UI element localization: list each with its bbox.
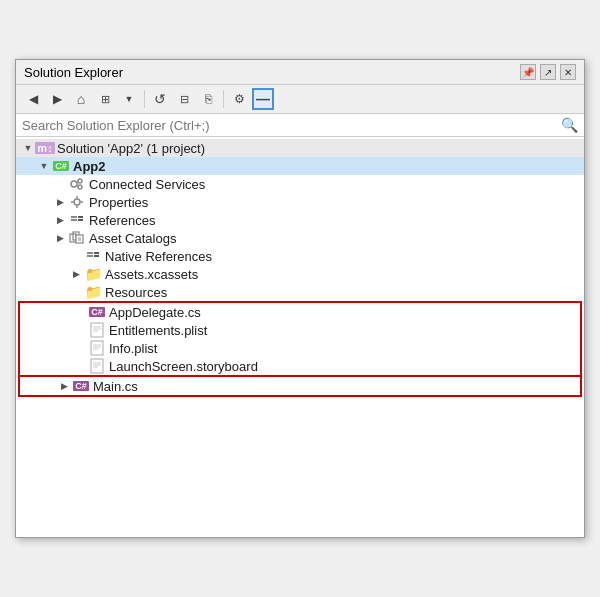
- refresh-button[interactable]: ↺: [149, 88, 171, 110]
- list-item[interactable]: Native References: [16, 247, 584, 265]
- search-input[interactable]: [22, 118, 561, 133]
- svg-rect-19: [87, 252, 93, 254]
- collapse-button[interactable]: ⊟: [173, 88, 195, 110]
- highlight-region: C# AppDelegate.cs Entitle: [18, 301, 582, 377]
- sync-button[interactable]: ⊞: [94, 88, 116, 110]
- svg-rect-13: [78, 219, 83, 221]
- project-icon: C#: [52, 158, 70, 174]
- separator-2: [223, 90, 224, 108]
- references-expander: ▶: [52, 212, 68, 228]
- infoplist-label: Info.plist: [109, 341, 157, 356]
- solution-explorer-window: Solution Explorer 📌 ↗ ✕ ◀ ▶ ⌂ ⊞ ▼ ↺ ⊟ ⎘ …: [15, 59, 585, 538]
- list-item[interactable]: ▶ Asset Catalogs: [16, 229, 584, 247]
- assets-expander: ▶: [68, 266, 84, 282]
- svg-rect-31: [91, 359, 103, 373]
- solution-label: Solution 'App2' (1 project): [57, 141, 205, 156]
- title-bar-right: 📌 ↗ ✕: [520, 64, 576, 80]
- list-item[interactable]: Info.plist: [20, 339, 580, 357]
- appdelegate-label: AppDelegate.cs: [109, 305, 201, 320]
- properties-label: Properties: [89, 195, 148, 210]
- list-item[interactable]: ▶ Properties: [16, 193, 584, 211]
- svg-rect-23: [91, 323, 103, 337]
- resources-label: Resources: [105, 285, 167, 300]
- list-item[interactable]: 📁 Resources: [16, 283, 584, 301]
- appdelegate-icon: C#: [88, 304, 106, 320]
- svg-rect-11: [71, 219, 77, 221]
- title-bar: Solution Explorer 📌 ↗ ✕: [16, 60, 584, 85]
- svg-point-0: [71, 181, 77, 187]
- assets-xcassets-label: Assets.xcassets: [105, 267, 198, 282]
- references-label: References: [89, 213, 155, 228]
- copy-button[interactable]: ⎘: [197, 88, 219, 110]
- list-item[interactable]: ▶ Connected Services: [16, 175, 584, 193]
- resources-folder-icon: 📁: [84, 284, 102, 300]
- svg-point-2: [78, 185, 82, 189]
- assets-folder-icon: 📁: [84, 266, 102, 282]
- main-cs-label: Main.cs: [93, 379, 138, 394]
- list-item[interactable]: ▶ References: [16, 211, 584, 229]
- svg-rect-22: [94, 255, 99, 257]
- properties-expander: ▶: [52, 194, 68, 210]
- settings-button[interactable]: ⚙: [228, 88, 250, 110]
- asset-catalogs-icon: [68, 230, 86, 246]
- infoplist-icon: [88, 340, 106, 356]
- home-button[interactable]: ⌂: [70, 88, 92, 110]
- tree-area: ▼ m↕ Solution 'App2' (1 project) ▼ C# Ap…: [16, 137, 584, 537]
- svg-rect-10: [71, 216, 77, 218]
- solution-row[interactable]: ▼ m↕ Solution 'App2' (1 project): [16, 139, 584, 157]
- close-window-button[interactable]: ✕: [560, 64, 576, 80]
- back-button[interactable]: ◀: [22, 88, 44, 110]
- asset-catalogs-expander: ▶: [52, 230, 68, 246]
- window-title: Solution Explorer: [24, 65, 123, 80]
- entitlements-icon: [88, 322, 106, 338]
- minus-button[interactable]: —: [252, 88, 274, 110]
- solution-icon: m↕: [36, 140, 54, 156]
- launchscreen-icon: [88, 358, 106, 374]
- launchscreen-label: LaunchScreen.storyboard: [109, 359, 258, 374]
- search-bar: 🔍: [16, 114, 584, 137]
- list-item[interactable]: ▶ C# Main.cs: [18, 377, 582, 397]
- title-bar-left: Solution Explorer: [24, 65, 123, 80]
- project-expander: ▼: [36, 158, 52, 174]
- entitlements-label: Entitlements.plist: [109, 323, 207, 338]
- dropdown-button[interactable]: ▼: [118, 88, 140, 110]
- list-item[interactable]: C# AppDelegate.cs: [20, 303, 580, 321]
- pin-button[interactable]: 📌: [520, 64, 536, 80]
- svg-rect-21: [94, 252, 99, 254]
- project-row[interactable]: ▼ C# App2: [16, 157, 584, 175]
- main-cs-icon: C#: [72, 378, 90, 394]
- search-icon: 🔍: [561, 117, 578, 133]
- connected-services-icon: [68, 176, 86, 192]
- main-expander: ▶: [56, 378, 72, 394]
- toolbar: ◀ ▶ ⌂ ⊞ ▼ ↺ ⊟ ⎘ ⚙ —: [16, 85, 584, 114]
- undock-button[interactable]: ↗: [540, 64, 556, 80]
- separator-1: [144, 90, 145, 108]
- svg-rect-27: [91, 341, 103, 355]
- list-item[interactable]: LaunchScreen.storyboard: [20, 357, 580, 375]
- svg-rect-12: [78, 216, 83, 218]
- svg-rect-16: [76, 235, 83, 243]
- svg-point-5: [74, 199, 80, 205]
- list-item[interactable]: Entitlements.plist: [20, 321, 580, 339]
- forward-button[interactable]: ▶: [46, 88, 68, 110]
- solution-expander: ▼: [20, 140, 36, 156]
- list-item[interactable]: ▶ 📁 Assets.xcassets: [16, 265, 584, 283]
- native-references-icon: [84, 248, 102, 264]
- asset-catalogs-label: Asset Catalogs: [89, 231, 176, 246]
- svg-point-1: [78, 179, 82, 183]
- svg-rect-20: [87, 255, 93, 257]
- native-references-label: Native References: [105, 249, 212, 264]
- connected-services-label: Connected Services: [89, 177, 205, 192]
- properties-icon: [68, 194, 86, 210]
- references-icon: [68, 212, 86, 228]
- project-label: App2: [73, 159, 106, 174]
